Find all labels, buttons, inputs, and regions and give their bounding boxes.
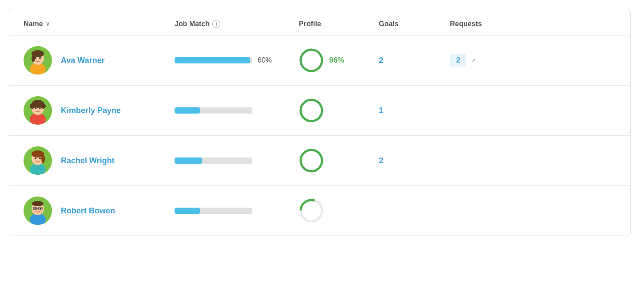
employee-name[interactable]: Rachel Wright xyxy=(61,156,115,165)
job-match-info-icon[interactable]: i xyxy=(212,20,220,28)
requests-badge[interactable]: 2 xyxy=(450,54,466,67)
name-header[interactable]: Name ∨ xyxy=(24,20,175,28)
table-row: Robert Bowen xyxy=(9,186,630,236)
profile-ring[interactable] xyxy=(299,48,324,73)
profile-cell xyxy=(299,198,379,223)
external-link-icon[interactable]: ↗ xyxy=(471,57,476,64)
avatar xyxy=(24,146,52,175)
table-row: Kimberly Payne 1 xyxy=(9,86,630,136)
progress-bar xyxy=(175,208,252,214)
name-cell: Kimberly Payne xyxy=(24,96,175,125)
name-cell: Robert Bowen xyxy=(24,197,175,225)
profile-ring[interactable] xyxy=(299,98,324,123)
employee-name[interactable]: Ava Warner xyxy=(61,56,105,65)
goals-cell: 2 xyxy=(379,56,450,65)
goals-cell: 1 xyxy=(379,106,450,115)
goals-header-label: Goals xyxy=(379,20,398,28)
svg-point-26 xyxy=(35,157,36,159)
goals-cell: 2 xyxy=(379,156,450,165)
name-sort-icon[interactable]: ∨ xyxy=(46,21,50,27)
svg-point-4 xyxy=(32,55,35,62)
progress-bar xyxy=(175,157,252,164)
name-cell: Rachel Wright xyxy=(24,146,175,175)
job-match-cell xyxy=(175,107,299,114)
requests-cell: 2 ↗ xyxy=(450,54,521,67)
job-match-cell: 60% xyxy=(175,56,299,64)
profile-ring[interactable] xyxy=(299,148,324,173)
profile-cell xyxy=(299,148,379,173)
progress-bar-fill xyxy=(175,157,202,164)
table-header: Name ∨ Job Match i Profile Goals Request… xyxy=(9,9,630,35)
avatar xyxy=(24,96,52,125)
progress-bar-fill xyxy=(175,107,200,114)
goals-value: 2 xyxy=(379,156,383,165)
job-match-cell xyxy=(175,157,299,164)
goals-value: 1 xyxy=(379,106,383,115)
job-match-cell xyxy=(175,208,299,214)
svg-point-17 xyxy=(35,107,36,109)
profile-cell: 96% xyxy=(299,48,379,73)
job-match-header: Job Match i xyxy=(175,20,299,28)
svg-point-29 xyxy=(301,150,322,171)
profile-header-label: Profile xyxy=(299,20,321,28)
svg-point-15 xyxy=(32,101,37,106)
svg-point-16 xyxy=(39,101,43,106)
profile-pct: 96% xyxy=(329,56,344,65)
name-header-label: Name xyxy=(24,20,43,28)
job-match-header-label: Job Match xyxy=(175,20,210,28)
profile-ring[interactable] xyxy=(299,198,324,223)
employee-name[interactable]: Robert Bowen xyxy=(61,206,115,216)
progress-bar-fill xyxy=(175,57,250,63)
progress-bar xyxy=(175,57,252,63)
employee-table: Name ∨ Job Match i Profile Goals Request… xyxy=(9,9,631,236)
goals-header: Goals xyxy=(379,20,450,28)
svg-point-38 xyxy=(40,208,41,209)
profile-cell xyxy=(299,98,379,123)
svg-point-20 xyxy=(301,100,322,121)
requests-header-label: Requests xyxy=(450,20,482,28)
avatar xyxy=(24,46,52,75)
svg-point-37 xyxy=(35,208,36,209)
employee-name[interactable]: Kimberly Payne xyxy=(61,106,121,115)
requests-header: Requests xyxy=(450,20,521,28)
avatar xyxy=(24,197,52,225)
profile-header: Profile xyxy=(299,20,379,28)
name-cell: Ava Warner xyxy=(24,46,175,75)
table-body: Ava Warner 60% 96% 2 2 ↗ xyxy=(9,35,630,236)
svg-point-6 xyxy=(39,57,41,59)
svg-point-27 xyxy=(39,157,41,159)
svg-point-18 xyxy=(39,107,41,109)
svg-point-25 xyxy=(41,154,45,163)
svg-point-8 xyxy=(301,50,322,71)
goals-value: 2 xyxy=(379,56,383,65)
table-row: Rachel Wright 2 xyxy=(9,136,630,186)
match-percentage: 60% xyxy=(258,56,272,64)
progress-bar xyxy=(175,107,252,114)
svg-point-5 xyxy=(35,57,36,59)
table-row: Ava Warner 60% 96% 2 2 ↗ xyxy=(9,35,630,86)
svg-point-33 xyxy=(32,201,44,206)
progress-bar-fill xyxy=(175,208,200,214)
